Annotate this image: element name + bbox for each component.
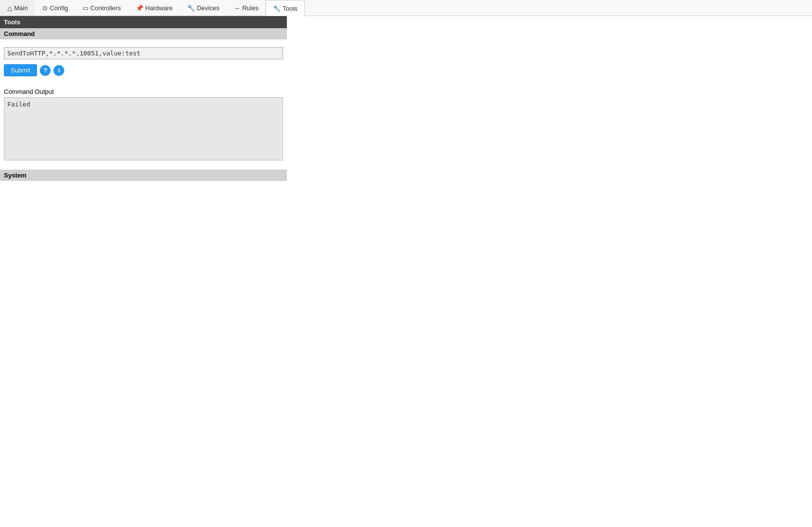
system-section: System bbox=[0, 170, 287, 181]
tab-controllers[interactable]: ▭ Controllers bbox=[75, 0, 128, 16]
command-output-box[interactable]: Failed bbox=[4, 97, 283, 160]
tab-devices[interactable]: 🔧 Devices bbox=[180, 0, 227, 16]
tab-rules-label: Rules bbox=[242, 4, 258, 12]
command-buttons: Submit ? i bbox=[4, 64, 283, 76]
tab-devices-label: Devices bbox=[197, 4, 219, 12]
hardware-icon: 📌 bbox=[136, 4, 143, 12]
command-output-label: Command Output bbox=[4, 88, 283, 95]
content-area: Tools Command Submit ? i Command Output … bbox=[0, 16, 287, 181]
tab-tools-label: Tools bbox=[282, 5, 297, 12]
tab-rules[interactable]: ↔ Rules bbox=[227, 0, 265, 16]
info-button[interactable]: i bbox=[53, 65, 64, 76]
tab-controllers-label: Controllers bbox=[90, 4, 121, 12]
help-button[interactable]: ? bbox=[40, 65, 51, 76]
rules-icon: ↔ bbox=[234, 4, 240, 12]
devices-icon: 🔧 bbox=[187, 4, 195, 12]
tab-config-label: Config bbox=[50, 4, 68, 12]
tab-config[interactable]: ⊙ Config bbox=[35, 0, 75, 16]
command-input[interactable] bbox=[4, 47, 283, 59]
tab-main[interactable]: △ Main bbox=[0, 0, 35, 16]
tab-main-label: Main bbox=[14, 4, 28, 12]
command-section-header: Command bbox=[0, 28, 287, 39]
submit-button[interactable]: Submit bbox=[4, 64, 37, 76]
tab-hardware-label: Hardware bbox=[145, 4, 173, 12]
tools-header: Tools bbox=[0, 16, 287, 28]
system-section-header: System bbox=[0, 170, 287, 181]
config-icon: ⊙ bbox=[42, 4, 48, 12]
tab-hardware[interactable]: 📌 Hardware bbox=[128, 0, 180, 16]
main-icon: △ bbox=[7, 4, 12, 12]
controllers-icon: ▭ bbox=[83, 4, 88, 12]
command-output-section: Command Output Failed bbox=[0, 88, 287, 166]
tab-tools[interactable]: 🔧 Tools bbox=[265, 0, 304, 16]
tools-icon: 🔧 bbox=[273, 5, 281, 12]
command-section: Submit ? i bbox=[0, 39, 287, 88]
nav-tabs: △ Main ⊙ Config ▭ Controllers 📌 Hardware… bbox=[0, 0, 812, 16]
